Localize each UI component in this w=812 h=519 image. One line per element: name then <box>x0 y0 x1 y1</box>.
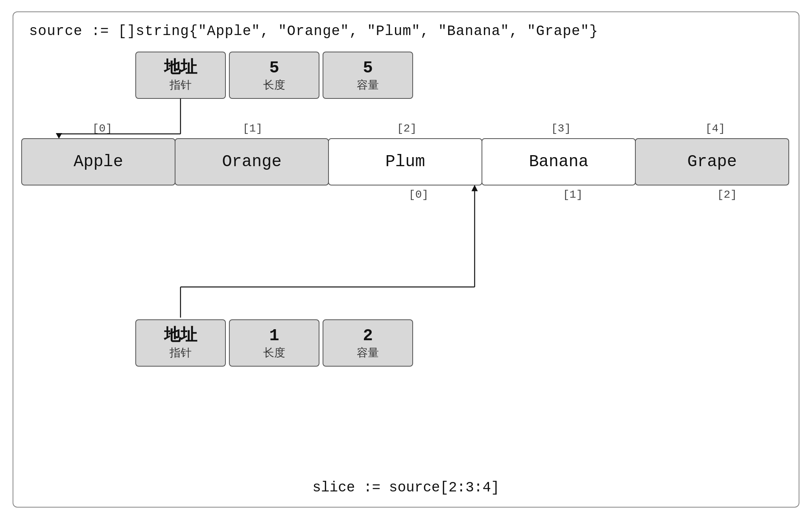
slice-struct-pointer: 地址 指针 <box>135 319 226 367</box>
array-cell-4: Grape <box>635 138 789 185</box>
source-capacity-main: 5 <box>363 57 373 79</box>
array-cell-3: Banana <box>482 138 636 185</box>
slice-code-label: slice := source[2:3:4] <box>13 480 799 496</box>
slice-struct-length: 1 长度 <box>229 319 319 367</box>
diagram-container: source := []string{"Apple", "Orange", "P… <box>13 11 799 508</box>
array-top-indices: [0] [1] [2] [3] [4] <box>21 122 792 135</box>
source-struct: 地址 指针 5 长度 5 容量 <box>135 52 413 99</box>
slice-index-2: [0] <box>330 189 484 201</box>
source-length-main: 5 <box>269 57 279 79</box>
slice-capacity-sub: 容量 <box>357 347 379 361</box>
slice-index-0 <box>21 189 175 201</box>
source-struct-pointer: 地址 指针 <box>135 52 226 99</box>
slice-index-1 <box>175 189 330 201</box>
index-label-2: [2] <box>330 122 484 135</box>
source-length-sub: 长度 <box>263 79 285 93</box>
slice-pointer-sub: 指针 <box>170 347 192 361</box>
slice-length-sub: 长度 <box>263 347 285 361</box>
source-pointer-sub: 指针 <box>170 79 192 93</box>
source-struct-capacity: 5 容量 <box>323 52 413 99</box>
index-label-4: [4] <box>638 122 792 135</box>
source-code-label: source := []string{"Apple", "Orange", "P… <box>29 23 598 39</box>
slice-struct: 地址 指针 1 长度 2 容量 <box>135 319 413 367</box>
array-cells: Apple Orange Plum Banana Grape <box>21 138 792 185</box>
slice-indices: [0] [1] [2] <box>21 189 792 201</box>
source-struct-length: 5 长度 <box>229 52 319 99</box>
array-cell-2: Plum <box>328 138 482 185</box>
index-label-1: [1] <box>175 122 330 135</box>
slice-index-4: [2] <box>638 189 792 201</box>
slice-length-main: 1 <box>269 325 279 347</box>
slice-struct-capacity: 2 容量 <box>323 319 413 367</box>
source-pointer-main: 地址 <box>164 57 197 79</box>
index-label-0: [0] <box>21 122 175 135</box>
slice-capacity-main: 2 <box>363 325 373 347</box>
source-capacity-sub: 容量 <box>357 79 379 93</box>
index-label-3: [3] <box>484 122 638 135</box>
slice-index-3: [1] <box>484 189 638 201</box>
slice-pointer-main: 地址 <box>164 325 197 347</box>
array-cell-1: Orange <box>175 138 329 185</box>
array-cell-0: Apple <box>21 138 175 185</box>
